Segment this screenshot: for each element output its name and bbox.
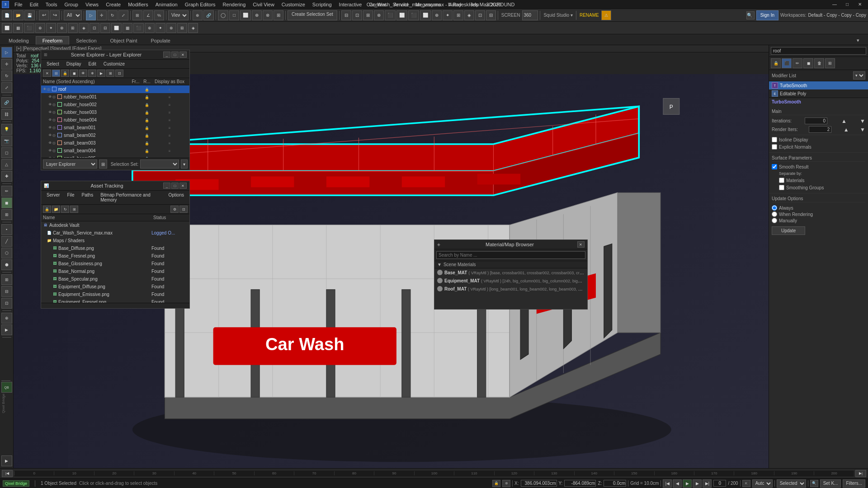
ts-riter-up[interactable]: ▲ bbox=[844, 127, 849, 133]
sub-tool3[interactable]: ⬛ bbox=[24, 23, 34, 33]
modifier-dropdown[interactable]: ▾ bbox=[853, 71, 865, 80]
left-paint-btn[interactable]: ✏ bbox=[1, 186, 12, 197]
frames-input[interactable] bbox=[522, 10, 538, 20]
ts-smoothgroups-check[interactable] bbox=[779, 185, 784, 190]
left-light-btn[interactable]: 💡 bbox=[1, 124, 12, 135]
se-tb-eye[interactable]: 👁 bbox=[79, 70, 87, 77]
at-list-item[interactable]: 🖼 Base_Normal.png Found bbox=[41, 267, 189, 275]
qixel-bridge-btn[interactable]: QB bbox=[1, 382, 12, 393]
se-list[interactable]: 👁 ◎ roof 🔒 ≡ 👁 ◎ rubber_hose001 🔒 ≡ bbox=[41, 85, 189, 158]
at-list-item[interactable]: 📁 Maps / Shaders bbox=[41, 237, 189, 244]
menu-arnold[interactable]: Arnold bbox=[390, 1, 412, 8]
at-list-item[interactable]: 🏛 Autodesk Vault bbox=[41, 221, 189, 229]
menu-customize[interactable]: Customize bbox=[278, 1, 309, 8]
selected-status-select[interactable]: Selected bbox=[777, 479, 806, 488]
se-menu-select[interactable]: Select bbox=[43, 61, 63, 67]
at-menu-paths[interactable]: Paths bbox=[78, 192, 97, 203]
left-camera-btn[interactable]: 📷 bbox=[1, 136, 12, 146]
pb-end[interactable]: ▶| bbox=[703, 479, 712, 488]
ts-update-button[interactable]: Update bbox=[772, 226, 805, 235]
at-list-item[interactable]: 🖼 Equipment_Fresnel.png Found bbox=[41, 298, 189, 303]
ts-smooth-check[interactable] bbox=[772, 164, 777, 169]
search-btn[interactable]: 🔍 bbox=[810, 480, 818, 487]
x-coord-input[interactable] bbox=[521, 480, 557, 487]
create-selection-set-button[interactable]: Create Selection Set bbox=[288, 10, 337, 20]
at-list-item[interactable]: 🖼 Base_Glossiness.png Found bbox=[41, 260, 189, 267]
object-name-input[interactable] bbox=[771, 47, 866, 55]
tab-object-paint[interactable]: Object Paint bbox=[104, 36, 144, 45]
at-close-btn[interactable]: ✕ bbox=[179, 183, 187, 189]
sub-tool4[interactable]: ⊕ bbox=[35, 23, 45, 33]
sub-tool15[interactable]: ✦ bbox=[156, 23, 165, 33]
at-list-item[interactable]: 🖼 Base_Specular.png Found bbox=[41, 275, 189, 283]
left-elem-btn[interactable]: ⬢ bbox=[1, 259, 12, 270]
tool7[interactable]: ⊟ bbox=[341, 10, 351, 20]
se-list-item[interactable]: 👁 ◎ small_beam003 🔒 ≡ bbox=[41, 139, 189, 147]
se-minimize-btn[interactable]: _ bbox=[163, 52, 170, 58]
auto-key-select[interactable]: Auto bbox=[752, 479, 773, 488]
status-lock-btn[interactable]: ⊕ bbox=[502, 480, 510, 487]
at-tb-grid[interactable]: ⊡ bbox=[179, 206, 188, 213]
se-tb-render[interactable]: ▶ bbox=[97, 70, 105, 77]
tool14[interactable]: ⬜ bbox=[420, 10, 431, 20]
timeline-track[interactable]: 0102030405060708090100110120130140150160… bbox=[14, 470, 854, 477]
menu-file[interactable]: File bbox=[11, 1, 26, 8]
sub-tool2[interactable]: ▦ bbox=[13, 23, 23, 33]
sub-tool6[interactable]: ⊗ bbox=[57, 23, 67, 33]
menu-content[interactable]: Content bbox=[365, 1, 390, 8]
tool18[interactable]: ◈ bbox=[464, 10, 474, 20]
tool2[interactable]: □ bbox=[229, 10, 239, 20]
current-frame-input[interactable] bbox=[713, 480, 726, 487]
select-btn[interactable]: ▷ bbox=[86, 10, 96, 20]
at-menu-bitmap[interactable]: Bitmap Performance and Memory bbox=[97, 192, 165, 203]
ts-riter-input[interactable] bbox=[809, 126, 831, 133]
left-vertex-btn[interactable]: • bbox=[1, 224, 12, 235]
se-tb-x[interactable]: ✕ bbox=[43, 70, 51, 77]
se-list-item[interactable]: 👁 ◎ small_beam005 🔒 ≡ bbox=[41, 155, 189, 158]
undo-btn[interactable]: ↩ bbox=[39, 10, 49, 20]
pb-play[interactable]: ▶ bbox=[683, 479, 692, 488]
se-layer-select[interactable]: Layer Explorer bbox=[43, 160, 97, 169]
snap-btn[interactable]: ⊞ bbox=[132, 10, 142, 20]
mb-material-item[interactable]: Equipment_MAT ( VRayMtl ) [24h, big_colu… bbox=[434, 277, 587, 285]
y-coord-input[interactable] bbox=[564, 480, 596, 487]
sub-tool10[interactable]: ⊟ bbox=[100, 23, 110, 33]
at-list-item[interactable]: 🖼 Base_Diffuse.png Found bbox=[41, 244, 189, 252]
at-minimize-btn[interactable]: _ bbox=[163, 183, 170, 189]
mb-materials-list[interactable]: Base_MAT ( VRayMtl ) [base, crossbar001,… bbox=[434, 268, 587, 309]
se-list-item[interactable]: 👁 ◎ rubber_hose003 🔒 ≡ bbox=[41, 108, 189, 116]
tool3[interactable]: ⬜ bbox=[240, 10, 251, 20]
se-list-item[interactable]: 👁 ◎ rubber_hose001 🔒 ≡ bbox=[41, 93, 189, 101]
se-list-item[interactable]: 👁 ◎ roof 🔒 ≡ bbox=[41, 85, 189, 93]
move-btn[interactable]: ✛ bbox=[97, 10, 107, 20]
menu-edit[interactable]: Edit bbox=[26, 1, 42, 8]
tab-populate[interactable]: Populate bbox=[144, 36, 177, 45]
sub-tool17[interactable]: ⊞ bbox=[177, 23, 187, 33]
ts-iter-down[interactable]: ▼ bbox=[860, 118, 865, 124]
ts-whenrender-radio[interactable] bbox=[772, 211, 777, 217]
filters-button[interactable]: Filters... bbox=[843, 479, 865, 488]
menu-create[interactable]: Create bbox=[102, 1, 124, 8]
mb-material-item[interactable]: Roof_MAT ( VRayMtl ) [long_beam001, long… bbox=[434, 285, 587, 293]
se-list-item[interactable]: 👁 ◎ small_beam001 🔒 ≡ bbox=[41, 124, 189, 131]
sign-in-button[interactable]: Sign In bbox=[756, 10, 778, 20]
maximize-button[interactable]: □ bbox=[841, 0, 854, 9]
left-unlink-btn[interactable]: ⛓ bbox=[1, 109, 12, 120]
at-maximize-btn[interactable]: □ bbox=[171, 183, 179, 189]
se-tb-freeze[interactable]: ❄ bbox=[88, 70, 96, 77]
warning-icon[interactable]: ⚠ bbox=[601, 10, 611, 20]
at-list-item[interactable]: 🖼 Base_Fresnel.png Found bbox=[41, 252, 189, 260]
menu-modifiers[interactable]: Modifiers bbox=[124, 1, 152, 8]
rp-eye-icon[interactable]: ⬛ bbox=[782, 58, 792, 68]
left-geo-btn[interactable]: ◻ bbox=[1, 147, 12, 158]
left-helper-btn[interactable]: ✚ bbox=[1, 171, 12, 182]
mb-scene-section[interactable]: ▼ Scene Materials bbox=[434, 261, 587, 268]
mb-material-item[interactable]: Base_MAT ( VRayMtl ) [base, crossbar001,… bbox=[434, 268, 587, 277]
se-list-item[interactable]: 👁 ◎ small_beam002 🔒 ≡ bbox=[41, 131, 189, 139]
save-btn[interactable]: 💾 bbox=[24, 10, 35, 20]
tab-options[interactable]: ▾ bbox=[850, 36, 866, 45]
at-tb-refresh[interactable]: ↻ bbox=[61, 206, 69, 213]
rp-trash-icon[interactable]: 🗑 bbox=[814, 58, 824, 68]
left-mirror-btn[interactable]: ⊟ bbox=[1, 286, 12, 297]
menu-scripting[interactable]: Scripting bbox=[309, 1, 335, 8]
